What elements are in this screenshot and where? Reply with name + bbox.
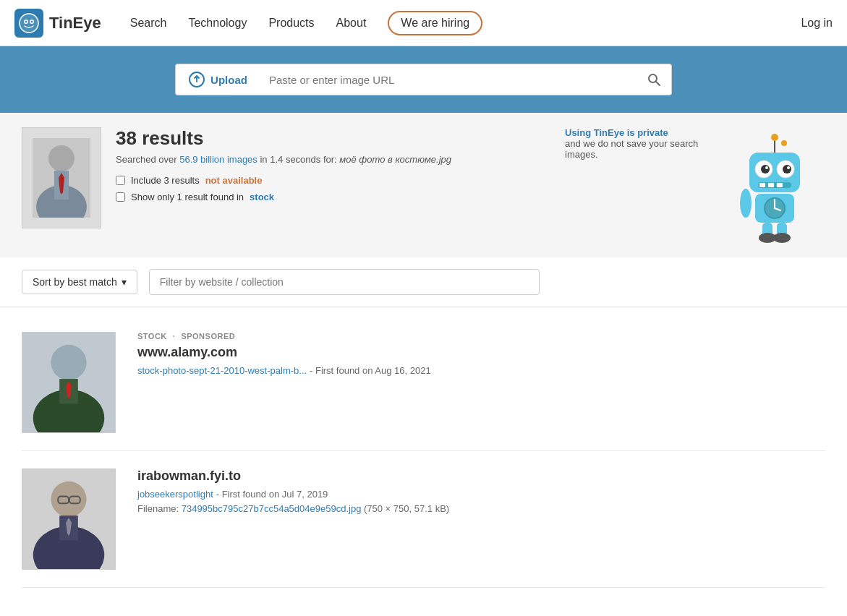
svg-rect-25 <box>777 183 783 187</box>
checkbox2-prefix: Show only 1 result found in <box>131 192 244 202</box>
nav-search[interactable]: Search <box>130 17 167 30</box>
checkbox-not-available-input[interactable] <box>116 176 125 185</box>
result-found-prefix-2: - First found on <box>216 489 282 500</box>
tag-sponsored: SPONSORED <box>181 332 235 341</box>
nav-products[interactable]: Products <box>268 17 314 30</box>
navbar: TinEye Search Technology Products About … <box>0 0 847 46</box>
svg-point-19 <box>783 165 791 174</box>
results-list: STOCK · SPONSORED www.alamy.com stock-ph… <box>0 307 847 595</box>
login-link[interactable]: Log in <box>801 17 833 30</box>
searched-filename: моё фото в костюме.jpg <box>339 154 451 165</box>
result-thumbnail-1 <box>22 332 116 433</box>
searched-suffix: in 1.4 seconds for: <box>257 154 339 165</box>
filename-meta: (750 × 750, 57.1 kB) <box>361 503 449 514</box>
table-row: irabowman.fyi.to jobseekerspotlight - Fi… <box>22 451 825 588</box>
result-found-prefix-1: - First found on <box>310 365 375 376</box>
result-link-2[interactable]: jobseekerspotlight <box>137 489 213 500</box>
result-link-row-2: jobseekerspotlight - First found on Jul … <box>137 488 825 500</box>
privacy-link[interactable]: Using TinEye is private <box>565 127 668 138</box>
checkbox-stock-input[interactable] <box>116 192 125 202</box>
nav-technology[interactable]: Technology <box>188 17 247 30</box>
svg-point-13 <box>771 134 778 141</box>
logo-icon <box>14 9 43 38</box>
results-count: 38 results <box>116 127 550 150</box>
logo-link[interactable]: TinEye <box>14 9 101 38</box>
svg-point-21 <box>787 166 790 169</box>
result-found-date-2: Jul 7, 2019 <box>282 489 328 500</box>
svg-point-3 <box>25 20 27 22</box>
results-section: 38 results Searched over 56.9 billion im… <box>0 113 847 257</box>
svg-point-34 <box>773 233 791 243</box>
stock-link: stock <box>250 192 274 202</box>
robot-container <box>724 127 825 243</box>
result-link-row-1: stock-photo-sept-21-2010-west-palm-b... … <box>137 364 825 376</box>
table-row: STOCK · SPONSORED www.alamy.com stock-ph… <box>22 315 825 451</box>
checkbox-stock: Show only 1 result found in stock <box>116 192 550 202</box>
filter-bar: Sort by best match ▾ <box>0 257 847 307</box>
searched-prefix: Searched over <box>116 154 179 165</box>
result-details-2: irabowman.fyi.to jobseekerspotlight - Fi… <box>137 469 825 514</box>
svg-point-30 <box>740 189 752 218</box>
result-thumbnail-2 <box>22 469 116 570</box>
nav-about[interactable]: About <box>336 17 367 30</box>
svg-point-20 <box>765 166 768 169</box>
nav-links: Search Technology Products About We are … <box>130 11 801 35</box>
results-meta: Searched over 56.9 billion images in 1.4… <box>116 154 550 165</box>
checkbox-not-available: Include 3 results not available <box>116 175 550 186</box>
svg-point-36 <box>51 345 86 380</box>
logo-text: TinEye <box>49 14 101 33</box>
svg-point-4 <box>31 20 33 22</box>
svg-line-6 <box>656 82 660 85</box>
filter-input[interactable] <box>149 269 540 295</box>
search-button[interactable] <box>637 64 672 95</box>
svg-rect-24 <box>768 183 774 187</box>
results-info: 38 results Searched over 56.9 billion im… <box>116 127 550 208</box>
privacy-text: and we do not save your search images. <box>565 138 698 160</box>
tag-stock: STOCK <box>137 332 167 341</box>
result-found-date-1: Aug 16, 2021 <box>375 365 430 376</box>
svg-point-14 <box>781 140 787 146</box>
filename-label: Filename: <box>137 503 182 514</box>
upload-icon <box>189 72 205 87</box>
filename-link[interactable]: 734995bc795c27b7cc54a5d04e9e59cd.jpg <box>182 503 362 514</box>
upload-label: Upload <box>210 74 247 86</box>
result-filename-row: Filename: 734995bc795c27b7cc54a5d04e9e59… <box>137 502 825 514</box>
svg-point-8 <box>48 145 75 171</box>
svg-point-0 <box>20 14 38 33</box>
svg-rect-23 <box>759 183 765 187</box>
not-available-link: not available <box>205 175 263 186</box>
privacy-box: Using TinEye is private and we do not sa… <box>565 127 710 160</box>
sort-dropdown[interactable]: Sort by best match ▾ <box>22 270 137 294</box>
svg-point-18 <box>761 165 770 174</box>
tag-dot: · <box>173 332 176 341</box>
checkbox1-prefix: Include 3 results <box>131 175 200 186</box>
searched-image <box>22 127 101 228</box>
sort-label: Sort by best match <box>33 276 117 288</box>
we-are-hiring-button[interactable]: We are hiring <box>388 11 482 35</box>
images-count: 56.9 billion images <box>179 154 257 165</box>
result-domain-2: irabowman.fyi.to <box>137 469 825 484</box>
result-tags-1: STOCK · SPONSORED <box>137 332 825 341</box>
result-domain-1: www.alamy.com <box>137 345 825 360</box>
search-bar-section: Upload <box>0 46 847 113</box>
url-input[interactable] <box>260 64 637 95</box>
upload-button[interactable]: Upload <box>175 64 260 95</box>
result-details-1: STOCK · SPONSORED www.alamy.com stock-ph… <box>137 332 825 376</box>
result-link-1[interactable]: stock-photo-sept-21-2010-west-palm-b... <box>137 365 307 376</box>
chevron-down-icon: ▾ <box>122 276 127 288</box>
